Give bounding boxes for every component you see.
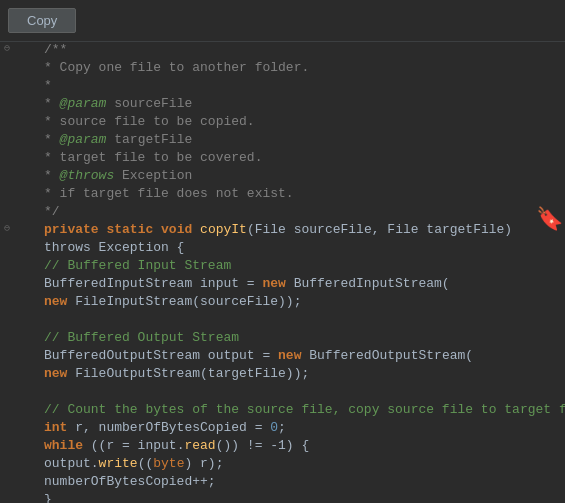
code-segment: throws Exception { — [44, 240, 184, 255]
line-content: new FileOutputStream(targetFile)); — [40, 366, 565, 381]
code-segment: BufferedOutputStream output = — [44, 348, 278, 363]
code-line: new FileInputStream(sourceFile)); — [0, 294, 565, 312]
code-line: BufferedOutputStream output = new Buffer… — [0, 348, 565, 366]
bookmark-icon: 🔖 — [536, 206, 563, 298]
code-segment: */ — [44, 204, 60, 219]
code-container: Copy ⊖/** * Copy one file to another fol… — [0, 0, 565, 503]
line-content: // Buffered Input Stream — [40, 258, 565, 273]
copy-button[interactable]: Copy — [8, 8, 76, 33]
code-line: } — [0, 492, 565, 503]
code-line: * Copy one file to another folder. — [0, 60, 565, 78]
code-segment: ; — [278, 420, 286, 435]
line-content: while ((r = input.read()) != -1) { — [40, 438, 565, 453]
code-segment: * Copy one file to another folder. — [44, 60, 309, 75]
code-segment: ( — [247, 222, 255, 237]
line-content: numberOfBytesCopied++; — [40, 474, 565, 489]
code-segment: copyIt — [200, 222, 247, 237]
code-segment: File sourceFile, File targetFile) — [255, 222, 512, 237]
code-segment: targetFile — [106, 132, 192, 147]
code-segment: output. — [44, 456, 99, 471]
code-segment: * target file to be covered. — [44, 150, 262, 165]
code-segment: Exception — [114, 168, 192, 183]
code-segment: BufferedInputStream( — [286, 276, 450, 291]
code-segment: @throws — [60, 168, 115, 183]
code-line: * — [0, 78, 565, 96]
line-content: * Copy one file to another folder. — [40, 60, 565, 75]
line-content: * — [40, 78, 565, 93]
code-segment: ) r); — [184, 456, 223, 471]
code-segment: * source file to be copied. — [44, 114, 255, 129]
code-segment: byte — [153, 456, 184, 471]
code-segment: numberOfBytesCopied++; — [44, 474, 216, 489]
line-content: } — [40, 492, 565, 503]
code-line: ⊖/** — [0, 42, 565, 60]
code-segment: int — [44, 420, 67, 435]
code-segment: r, numberOfBytesCopied = — [67, 420, 270, 435]
line-gutter: ⊖ — [0, 222, 40, 234]
code-segment: new — [262, 276, 285, 291]
code-line: ⊖private static void copyIt(File sourceF… — [0, 222, 565, 240]
fold-icon[interactable]: ⊖ — [4, 42, 10, 54]
code-line: * @param sourceFile — [0, 96, 565, 114]
code-line: * @param targetFile — [0, 132, 565, 150]
code-line — [0, 384, 565, 402]
line-content: * @param targetFile — [40, 132, 565, 147]
code-segment: @param — [60, 132, 107, 147]
code-segment: } — [44, 492, 52, 503]
line-gutter: ⊖ — [0, 42, 40, 54]
code-segment: ((r = input. — [83, 438, 184, 453]
code-line: new FileOutputStream(targetFile)); — [0, 366, 565, 384]
fold-icon[interactable]: ⊖ — [4, 222, 10, 234]
line-content: * target file to be covered. — [40, 150, 565, 165]
code-segment: write — [99, 456, 138, 471]
code-line: // Buffered Output Stream — [0, 330, 565, 348]
code-segment: * — [44, 96, 60, 111]
line-content — [40, 384, 565, 399]
code-segment: static — [106, 222, 153, 237]
line-content: throws Exception { — [40, 240, 565, 255]
code-line: // Buffered Input Stream — [0, 258, 565, 276]
code-segment: FileOutputStream(targetFile)); — [67, 366, 309, 381]
line-content: */ — [40, 204, 565, 219]
line-content: // Buffered Output Stream — [40, 330, 565, 345]
code-segment: BufferedInputStream input = — [44, 276, 262, 291]
code-line: * source file to be copied. — [0, 114, 565, 132]
code-segment: * — [44, 132, 60, 147]
code-segment: new — [44, 366, 67, 381]
line-content: BufferedInputStream input = new Buffered… — [40, 276, 565, 291]
line-content: * @throws Exception — [40, 168, 565, 183]
code-segment: void — [161, 222, 192, 237]
line-content: /** — [40, 42, 565, 57]
code-line: * if target file does not exist. — [0, 186, 565, 204]
code-segment: // Buffered Output Stream — [44, 330, 239, 345]
code-line: throws Exception { — [0, 240, 565, 258]
code-line: */ — [0, 204, 565, 222]
code-segment: 0 — [270, 420, 278, 435]
code-segment: sourceFile — [106, 96, 192, 111]
code-line: int r, numberOfBytesCopied = 0; — [0, 420, 565, 438]
code-area: ⊖/** * Copy one file to another folder. … — [0, 42, 565, 503]
code-segment: private — [44, 222, 99, 237]
code-line — [0, 312, 565, 330]
code-segment — [153, 222, 161, 237]
code-segment: FileInputStream(sourceFile)); — [67, 294, 301, 309]
code-segment: @param — [60, 96, 107, 111]
code-segment: while — [44, 438, 83, 453]
code-segment: new — [278, 348, 301, 363]
code-segment: (( — [138, 456, 154, 471]
line-content: * source file to be copied. — [40, 114, 565, 129]
code-line: numberOfBytesCopied++; — [0, 474, 565, 492]
code-segment: /** — [44, 42, 67, 57]
line-content: int r, numberOfBytesCopied = 0; — [40, 420, 565, 435]
code-segment: // Count the bytes of the source file, c… — [44, 402, 565, 417]
line-content: private static void copyIt(File sourceFi… — [40, 222, 565, 237]
line-content: output.write((byte) r); — [40, 456, 565, 471]
code-line: * target file to be covered. — [0, 150, 565, 168]
code-segment: * if target file does not exist. — [44, 186, 294, 201]
line-content: * @param sourceFile — [40, 96, 565, 111]
code-line: BufferedInputStream input = new Buffered… — [0, 276, 565, 294]
code-segment: new — [44, 294, 67, 309]
line-content: * if target file does not exist. — [40, 186, 565, 201]
top-bar: Copy — [0, 0, 565, 42]
line-content: new FileInputStream(sourceFile)); — [40, 294, 565, 309]
